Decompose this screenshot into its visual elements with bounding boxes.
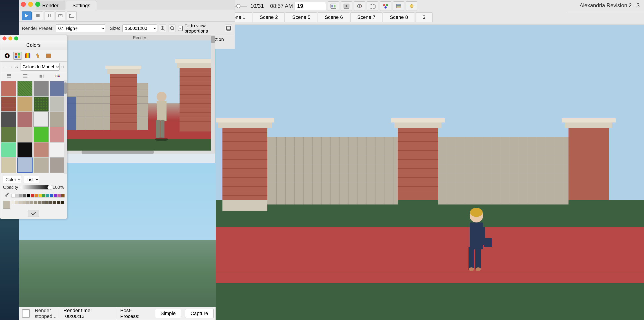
- color-swatch-23[interactable]: [50, 158, 65, 173]
- tiny-swatch-black[interactable]: [27, 194, 30, 198]
- sort-btn-2[interactable]: [17, 72, 34, 80]
- current-color-swatch[interactable]: [3, 192, 3, 200]
- render-stopped-checkbox[interactable]: [22, 310, 30, 318]
- render-export-btn[interactable]: [56, 12, 66, 20]
- tiny-swatch-white[interactable]: [12, 194, 15, 198]
- tiny-swatch-purple[interactable]: [54, 194, 57, 198]
- time-slider-thumb[interactable]: [236, 4, 240, 8]
- tiny-s13[interactable]: [57, 201, 60, 204]
- color-swatch-14[interactable]: [34, 127, 49, 142]
- tiny-s4[interactable]: [22, 201, 26, 204]
- active-color-box[interactable]: [3, 201, 10, 209]
- fit-to-view-checkbox[interactable]: [178, 26, 183, 31]
- tiny-swatch-green[interactable]: [42, 194, 46, 198]
- fit-to-view-label[interactable]: Fit to view proportions: [178, 23, 223, 34]
- nav-forward-btn[interactable]: →: [9, 64, 13, 70]
- render-right-scrollbar[interactable]: [211, 35, 215, 154]
- styles-btn[interactable]: [380, 1, 391, 11]
- settings-tab[interactable]: Settings: [66, 1, 97, 10]
- colors-max-btn[interactable]: [14, 36, 18, 40]
- simple-btn[interactable]: Simple: [155, 309, 181, 318]
- color-list-select[interactable]: List: [24, 176, 39, 183]
- color-swatch-1[interactable]: [17, 81, 32, 96]
- color-swatch-22[interactable]: [34, 158, 49, 173]
- scene-tab-8[interactable]: Scene 8: [383, 12, 415, 22]
- tiny-s1[interactable]: [11, 201, 14, 204]
- scene-tab-2[interactable]: Scene 2: [253, 12, 285, 22]
- tiny-swatch-darkgray[interactable]: [23, 194, 26, 198]
- tiny-s6[interactable]: [30, 201, 34, 204]
- tiny-s3[interactable]: [18, 201, 22, 204]
- scene-tab-5[interactable]: Scene 5: [285, 12, 317, 22]
- sort-btn-1[interactable]: [1, 72, 17, 80]
- render-bottom-scrollbar[interactable]: [67, 150, 212, 154]
- color-swatch-2[interactable]: [34, 81, 49, 96]
- swatch-scrollbar[interactable]: [64, 80, 67, 174]
- nav-back-btn[interactable]: ←: [2, 64, 7, 70]
- tiny-swatch-pink[interactable]: [57, 194, 61, 198]
- tiny-swatch-orange[interactable]: [34, 194, 38, 198]
- components-btn[interactable]: [367, 1, 378, 11]
- colors-model-dropdown[interactable]: Colors In Model: [20, 63, 60, 70]
- zoom-out-btn[interactable]: [168, 24, 176, 32]
- tiny-s14[interactable]: [60, 201, 64, 204]
- minimize-btn[interactable]: [28, 2, 33, 7]
- tiny-swatch-teal[interactable]: [46, 194, 50, 198]
- tiny-s7[interactable]: [34, 201, 37, 204]
- render-play-btn[interactable]: [22, 12, 32, 20]
- color-swatch-13[interactable]: [17, 127, 32, 142]
- tiny-s5[interactable]: [26, 201, 30, 204]
- colors-dropdown-btn[interactable]: ⊕: [61, 64, 65, 70]
- color-swatch-20[interactable]: [1, 158, 16, 173]
- color-swatch-6[interactable]: [34, 96, 49, 112]
- color-swatch-3[interactable]: [50, 81, 65, 96]
- color-swatch-0[interactable]: [1, 81, 16, 96]
- colors-min-btn[interactable]: [8, 36, 12, 40]
- color-swatch-9[interactable]: [17, 112, 32, 127]
- tiny-s9[interactable]: [41, 201, 45, 204]
- scene-tab-7[interactable]: Scene 7: [350, 12, 382, 22]
- number-input[interactable]: 19: [294, 2, 326, 10]
- color-swatch-19[interactable]: [50, 142, 65, 158]
- opacity-slider[interactable]: [20, 186, 50, 190]
- scene-tab-6[interactable]: Scene 6: [318, 12, 350, 22]
- render-folder-btn[interactable]: [67, 12, 76, 20]
- scene-tab-s[interactable]: S: [415, 12, 432, 22]
- color-gradient-tab[interactable]: [24, 52, 32, 60]
- sort-btn-3[interactable]: [34, 72, 50, 80]
- nav-home-btn[interactable]: ⌂: [15, 64, 18, 70]
- scene-manager-btn[interactable]: [328, 1, 339, 11]
- tiny-s2[interactable]: [14, 201, 18, 204]
- tiny-swatch-yellow[interactable]: [38, 194, 42, 198]
- color-swatch-15[interactable]: [50, 127, 65, 142]
- image-tab[interactable]: [44, 52, 53, 60]
- layers-btn[interactable]: [393, 1, 404, 11]
- size-select[interactable]: 1600x1200: [122, 24, 157, 32]
- preset-select[interactable]: 07. High+: [56, 24, 105, 32]
- color-swatch-11[interactable]: [50, 112, 65, 127]
- color-swatch-7[interactable]: [50, 96, 65, 112]
- render-toolbar-btn[interactable]: [341, 1, 352, 11]
- tiny-swatch-lightgray[interactable]: [15, 194, 19, 198]
- zoom-in-btn[interactable]: [159, 24, 166, 32]
- shadows-btn[interactable]: [406, 1, 417, 11]
- capture-btn[interactable]: Capture: [185, 309, 214, 318]
- tiny-s12[interactable]: [53, 201, 56, 204]
- color-swatch-8[interactable]: [1, 112, 16, 127]
- maximize-btn[interactable]: [35, 2, 40, 7]
- render-right-scroll-thumb[interactable]: [211, 36, 215, 43]
- fit-view-btn[interactable]: [225, 24, 232, 32]
- sort-btn-4[interactable]: [50, 72, 66, 80]
- materials-btn[interactable]: [354, 1, 365, 11]
- color-swatch-10[interactable]: [34, 112, 49, 127]
- close-btn[interactable]: [21, 2, 26, 7]
- color-swatch-4[interactable]: [1, 96, 16, 112]
- tiny-s8[interactable]: [38, 201, 41, 204]
- tiny-swatch-red[interactable]: [30, 194, 34, 198]
- pencil-tab[interactable]: [34, 52, 42, 60]
- color-swatch-12[interactable]: [1, 127, 16, 142]
- render-stop-btn[interactable]: [33, 12, 43, 20]
- color-swatch-21[interactable]: [17, 158, 32, 173]
- eyedropper-btn[interactable]: [5, 192, 10, 200]
- render-pause-btn[interactable]: [44, 12, 54, 20]
